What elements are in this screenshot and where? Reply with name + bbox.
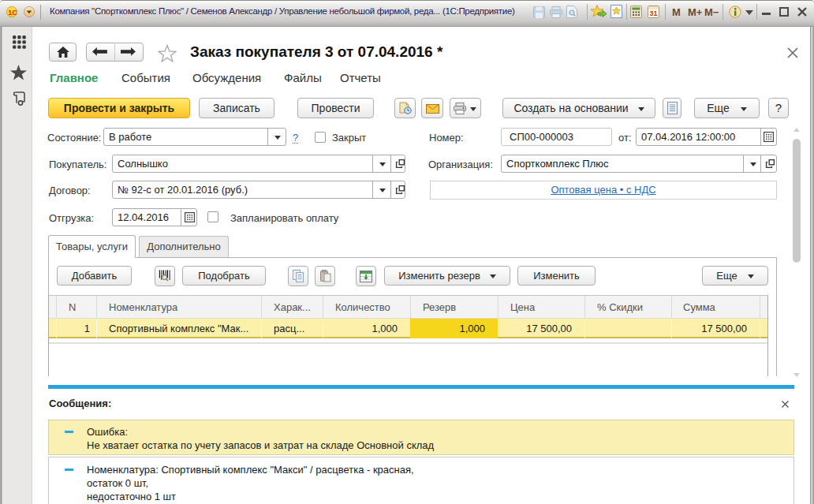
svg-text:1С: 1С [8,9,17,17]
svg-text:31: 31 [650,9,658,17]
